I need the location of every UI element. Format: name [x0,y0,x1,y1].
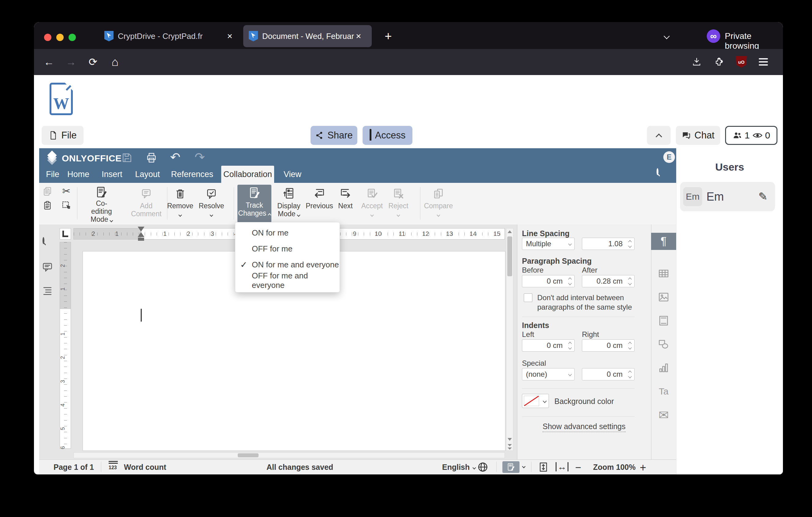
remove-button[interactable]: Remove [165,185,196,223]
tab-references[interactable]: References [171,166,213,183]
file-button[interactable]: File [41,126,84,145]
chart-settings-icon[interactable] [651,359,676,376]
accept-button[interactable]: Accept [357,185,387,223]
ublock-origin-icon[interactable]: uO [733,53,750,71]
share-button[interactable]: Share [311,126,357,145]
paragraph-settings-icon-active[interactable]: ¶ [651,233,676,250]
paste-icon[interactable] [41,200,53,211]
scroll-up-icon[interactable] [508,230,512,233]
user-list-item[interactable]: Em Em ✎ [680,182,775,211]
compare-button[interactable]: Compare [423,185,454,223]
menu-item-on-for-me-and-everyone-selected[interactable]: ✓ON for me and everyone [235,257,340,273]
copy-icon[interactable] [41,185,53,197]
coediting-mode-button[interactable]: Co-editing Mode [86,185,117,223]
zoom-in-icon[interactable]: + [640,461,646,474]
home-icon[interactable]: ⌂ [107,53,124,71]
close-window-button[interactable] [44,34,51,41]
text-art-settings-icon[interactable]: Ta [651,383,676,400]
indent-right-spinner[interactable]: 0 cm [582,339,635,352]
extensions-puzzle-icon[interactable] [710,53,728,71]
tab-list-chevron-icon[interactable] [658,28,675,45]
next-page-icon[interactable] [508,447,512,450]
horizontal-scroll-thumb[interactable] [238,453,259,457]
tab-layout[interactable]: Layout [135,166,160,183]
tab-insert[interactable]: Insert [102,166,122,183]
track-changes-status-toggle[interactable] [502,461,520,473]
back-icon[interactable]: ← [40,53,58,71]
page-indicator[interactable]: Page 1 of 1 [54,463,94,472]
fit-width-icon[interactable]: ↔ [556,462,569,471]
presence-counts[interactable]: 1 0 [725,126,777,145]
show-advanced-settings-link[interactable]: Show advanced settings [517,422,651,431]
vertical-ruler[interactable]: 2 1 1 2 3 4 5 6 [60,242,71,449]
indent-left-spinner[interactable]: 0 cm [522,339,575,352]
comments-panel-icon[interactable] [42,262,53,274]
select-all-icon[interactable] [61,200,72,211]
forward-icon[interactable]: → [62,53,80,71]
office-search-icon[interactable] [657,169,659,174]
special-select[interactable]: (none) [522,368,575,380]
access-button[interactable]: Access [362,126,412,145]
scroll-down-icon[interactable] [508,438,512,441]
spellcheck-globe-icon[interactable] [477,462,488,474]
close-tab-icon[interactable]: × [356,31,361,42]
previous-change-button[interactable]: Previous [304,185,335,223]
shape-settings-icon[interactable] [651,336,676,353]
mail-merge-icon[interactable]: ✉ [651,406,676,424]
previous-page-icon[interactable] [508,444,512,446]
chat-button[interactable]: Chat [676,126,720,145]
add-comment-button[interactable]: Add Comment [130,185,162,223]
zoom-out-icon[interactable]: − [575,462,581,473]
vertical-scroll-thumb[interactable] [507,237,512,276]
zoom-level[interactable]: Zoom 100% [590,463,639,472]
color-dropdown-chevron-icon[interactable] [541,394,549,408]
spacing-before-spinner[interactable]: 0 cm [522,275,575,287]
background-color-swatch[interactable] [522,394,549,408]
track-changes-button-active[interactable]: Track Changes [237,185,271,223]
minimize-window-button[interactable] [56,34,64,41]
find-icon[interactable] [42,238,45,244]
word-count-label[interactable]: Word count [124,463,166,472]
redo-icon[interactable]: ↷ [195,150,205,164]
reject-button[interactable]: Reject [384,185,413,223]
resolve-button[interactable]: Resolve [196,185,227,223]
menu-item-off-for-me-and-everyone[interactable]: OFF for me and everyone [235,273,340,289]
cut-scissors-icon[interactable]: ✂ [61,185,72,197]
downloads-icon[interactable] [688,53,705,71]
menu-item-off-for-me[interactable]: OFF for me [235,241,340,257]
close-tab-icon[interactable]: × [221,28,238,45]
tab-collaboration-active[interactable]: Collaboration [221,166,274,183]
tab-file[interactable]: File [46,166,59,183]
reload-icon[interactable]: ⟳ [84,53,102,71]
save-icon[interactable] [121,152,133,165]
fit-page-icon[interactable] [538,462,549,474]
print-icon[interactable] [146,152,157,165]
horizontal-scrollbar[interactable] [74,452,505,458]
display-mode-button[interactable]: Display Mode [273,185,305,223]
next-change-button[interactable]: Next [332,185,359,223]
spacing-after-spinner[interactable]: 0.28 cm [582,275,635,287]
new-tab-button[interactable]: + [380,28,397,45]
header-footer-settings-icon[interactable] [651,312,676,329]
navigation-headings-icon[interactable] [42,285,53,297]
word-count-icon[interactable]: 123 [109,461,118,470]
zoom-window-button[interactable] [68,34,76,41]
collapse-toolbar-button[interactable] [647,126,671,145]
tab-cryptdrive[interactable]: CryptDrive - CryptPad.fr [104,25,224,47]
indent-marker[interactable] [138,227,144,241]
tab-document-active[interactable]: Document - Wed, February 5, 2 × [243,25,372,47]
edit-name-pencil-icon[interactable]: ✎ [758,190,767,203]
vertical-scrollbar[interactable] [506,228,513,451]
image-settings-icon[interactable] [651,289,676,306]
tab-home[interactable]: Home [67,166,89,183]
menu-item-on-for-me[interactable]: ON for me [235,225,340,241]
language-selector[interactable]: English [442,463,475,472]
interval-checkbox[interactable] [524,293,532,302]
line-spacing-select[interactable]: Multiple [522,238,575,250]
tab-view[interactable]: View [284,166,301,183]
undo-icon[interactable]: ↶ [170,150,180,164]
tab-selector-box[interactable] [60,228,71,240]
line-spacing-value-spinner[interactable]: 1.08 [582,238,635,250]
menu-hamburger-icon[interactable] [755,53,772,71]
special-amount-spinner[interactable]: 0 cm [582,368,635,380]
